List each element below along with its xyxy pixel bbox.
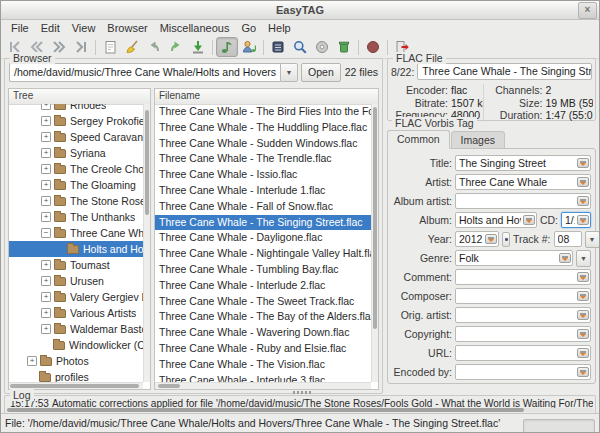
tag-all-files-icon[interactable] (577, 310, 589, 320)
artist-album-view-toggle[interactable] (238, 37, 260, 57)
file-row[interactable]: Three Cane Whale - Tumbling Bay.flac (155, 262, 371, 278)
close-button[interactable]: × (578, 2, 597, 19)
artist-input[interactable] (455, 174, 591, 190)
menu-help[interactable]: Help (262, 21, 297, 35)
tree-item[interactable]: +Urusen (9, 273, 143, 289)
file-row[interactable]: Three Cane Whale - Issio.flac (155, 167, 371, 183)
tag-all-files-icon[interactable] (577, 329, 589, 339)
tree-item[interactable]: +Valery Gergiev London Symp (9, 289, 143, 305)
file-row[interactable]: Three Cane Whale - The Huddling Place.fl… (155, 120, 371, 136)
tree-view-toggle[interactable] (216, 37, 238, 57)
menu-view[interactable]: View (66, 21, 102, 35)
expander-icon[interactable]: − (41, 228, 51, 238)
file-horizontal-scrollbar[interactable] (155, 382, 371, 389)
tag-all-files-icon[interactable] (577, 158, 589, 168)
log-horizontal-scrollbar[interactable] (6, 408, 594, 412)
playlist-button[interactable] (267, 37, 289, 57)
menu-edit[interactable]: Edit (35, 21, 66, 35)
tag-all-files-icon[interactable] (577, 196, 589, 206)
expander-icon[interactable]: + (41, 292, 51, 302)
genre-dropdown-button[interactable]: ▼ (576, 250, 591, 267)
titlebar[interactable]: EasyTAG × (1, 1, 599, 20)
tag-all-files-icon[interactable] (523, 215, 535, 225)
genre-input[interactable] (455, 250, 573, 266)
expander-icon[interactable]: + (41, 196, 51, 206)
open-button[interactable]: Open (301, 63, 341, 82)
tree-column-header[interactable]: Tree (9, 89, 150, 105)
title-input[interactable] (455, 155, 591, 171)
tree-item[interactable]: profiles (9, 369, 143, 382)
go-last-button[interactable] (70, 37, 92, 57)
menu-go[interactable]: Go (235, 21, 262, 35)
file-row[interactable]: Three Cane Whale - Interlude 2.flac (155, 278, 371, 294)
expander-icon[interactable]: + (41, 212, 51, 222)
tab-common[interactable]: Common (387, 130, 450, 149)
menu-miscellaneous[interactable]: Miscellaneous (154, 21, 236, 35)
delete-files-button[interactable] (333, 37, 355, 57)
search-button[interactable] (289, 37, 311, 57)
tree-item[interactable]: +The Creole Choir of Cuba (9, 161, 143, 177)
tag-all-files-icon[interactable] (577, 177, 589, 187)
tree-item[interactable]: +Speed Caravan (9, 129, 143, 145)
tree-item[interactable]: −Three Cane Whale (9, 225, 143, 241)
track-sequence-button[interactable] (502, 232, 510, 247)
file-row[interactable]: Three Cane Whale - The Bay of the Alders… (155, 309, 371, 325)
expander-icon[interactable]: + (41, 148, 51, 158)
tag-all-files-icon[interactable] (577, 215, 589, 225)
tree-item[interactable]: +Syriana (9, 145, 143, 161)
comment-input[interactable] (455, 269, 591, 285)
path-dropdown-button[interactable]: ▼ (280, 63, 298, 82)
tree-item[interactable]: +Various Artists (9, 305, 143, 321)
file-row[interactable]: Three Cane Whale - The Vision.flac (155, 357, 371, 373)
tree-item[interactable]: +Rhodes (9, 104, 143, 113)
file-row[interactable]: Three Cane Whale - Dayligone.flac (155, 230, 371, 246)
file-vertical-scrollbar[interactable] (371, 104, 378, 382)
copyright-input[interactable] (455, 326, 591, 342)
tree-item[interactable]: +The Gloaming (9, 177, 143, 193)
tag-all-files-icon[interactable] (577, 348, 589, 358)
tree-horizontal-scrollbar[interactable] (9, 382, 143, 389)
tree-item[interactable]: Holts and Hovers (9, 241, 143, 257)
expander-icon[interactable]: + (41, 324, 51, 334)
pane-splitter-handle[interactable] (293, 391, 311, 394)
file-row[interactable]: Three Cane Whale - Interlude 1.flac (155, 183, 371, 199)
orig-artist-input[interactable] (455, 307, 591, 323)
tag-all-files-icon[interactable] (485, 234, 497, 244)
expander-icon[interactable]: + (41, 276, 51, 286)
menu-browser[interactable]: Browser (101, 21, 153, 35)
tree-item[interactable]: Windowlicker (CD Single) (9, 337, 143, 353)
file-row[interactable]: Three Cane Whale - Interlude 3.flac (155, 373, 371, 382)
file-row[interactable]: Three Cane Whale - The Singing Street.fl… (155, 215, 371, 231)
tree-item[interactable]: +The Unthanks (9, 209, 143, 225)
album-artist-input[interactable] (455, 193, 591, 209)
expander-icon[interactable]: + (41, 116, 51, 126)
composer-input[interactable] (455, 288, 591, 304)
filename-column-header[interactable]: Filename (155, 89, 378, 105)
scan-files-button[interactable] (99, 37, 121, 57)
tag-all-files-icon[interactable] (577, 291, 589, 301)
expander-icon[interactable]: + (41, 260, 51, 270)
cddb-button[interactable] (311, 37, 333, 57)
file-row[interactable]: Three Cane Whale - Wavering Down.flac (155, 325, 371, 341)
filename-input[interactable]: Three Cane Whale - The Singing Street (417, 63, 592, 80)
redo-button[interactable] (165, 37, 187, 57)
expander-icon[interactable]: + (41, 104, 51, 110)
file-row[interactable]: Three Cane Whale - Fall of Snow.flac (155, 199, 371, 215)
expander-icon[interactable]: + (27, 356, 37, 366)
expander-icon[interactable]: + (41, 164, 51, 174)
tag-all-files-icon[interactable] (577, 272, 589, 282)
file-row[interactable]: Three Cane Whale - The Bird Flies Into t… (155, 104, 371, 120)
file-row[interactable]: Three Cane Whale - Nightingale Valley Ha… (155, 246, 371, 262)
file-row[interactable]: Three Cane Whale - The Sweet Track.flac (155, 294, 371, 310)
menu-file[interactable]: File (5, 21, 35, 35)
tree-item[interactable]: +Waldemar Bastos (9, 321, 143, 337)
tree-vertical-scrollbar[interactable] (143, 104, 150, 382)
track-dropdown-button[interactable]: ▼ (585, 231, 600, 248)
track-input[interactable] (554, 231, 582, 247)
tree-item[interactable]: +Photos (9, 353, 143, 369)
path-input[interactable]: /home/david/music/Three Cane Whale/Holts… (9, 63, 280, 82)
tree-item[interactable]: +Toumast (9, 257, 143, 273)
url-input[interactable] (455, 345, 591, 361)
tree-item[interactable]: +The Stone Roses (9, 193, 143, 209)
file-row[interactable]: Three Cane Whale - The Trendle.flac (155, 151, 371, 167)
